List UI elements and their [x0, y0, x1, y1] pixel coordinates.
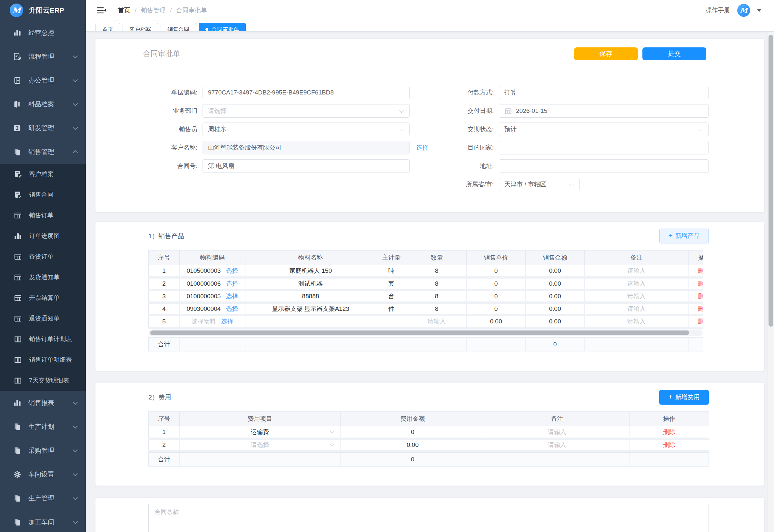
- destination-country-input[interactable]: [499, 141, 709, 154]
- fee-amount-input[interactable]: 0.00: [341, 439, 485, 451]
- material-code[interactable]: 0100000006: [187, 280, 221, 287]
- price-input[interactable]: 0: [467, 265, 526, 278]
- delete-link[interactable]: 删除: [689, 315, 703, 328]
- material-code[interactable]: 0105000003: [187, 267, 221, 274]
- add-fee-button[interactable]: + 新增费用: [659, 390, 709, 405]
- delivery-date-input[interactable]: 2026-01-15: [499, 104, 709, 118]
- remark-input[interactable]: 请输入: [585, 278, 689, 290]
- unit: 套: [376, 278, 407, 290]
- sidebar-item[interactable]: 研发管理: [0, 116, 86, 140]
- fee-item-select[interactable]: 请选择: [180, 439, 341, 451]
- remark-input[interactable]: 请输入: [585, 290, 689, 303]
- fee-amount-input[interactable]: 0: [341, 426, 485, 439]
- sidebar-item[interactable]: 客户档案: [0, 164, 86, 184]
- province-city-select[interactable]: 天津市 / 市辖区: [499, 178, 580, 191]
- material-code[interactable]: 0100000005: [187, 293, 221, 300]
- vertical-scrollbar[interactable]: [768, 32, 774, 532]
- salesperson-select[interactable]: 周桂东: [203, 123, 410, 136]
- price-input[interactable]: 0.00: [467, 315, 526, 328]
- sidebar-item[interactable]: 销售订单: [0, 205, 86, 226]
- select-material-link[interactable]: 选择: [226, 305, 238, 313]
- doc-code-input[interactable]: 9770CA17-3497-4DB2-995E-B49E9CF61BD8: [203, 86, 410, 99]
- sidebar-item[interactable]: 开票结算单: [0, 288, 86, 308]
- sidebar-item[interactable]: 生产计划: [0, 415, 86, 438]
- breadcrumb-home[interactable]: 首页: [118, 6, 130, 15]
- select-material-link[interactable]: 选择: [226, 292, 238, 300]
- qty-input[interactable]: 8: [407, 278, 467, 290]
- select-customer-link[interactable]: 选择: [416, 143, 428, 152]
- sidebar-collapse-icon[interactable]: [97, 6, 106, 15]
- avatar[interactable]: M: [737, 4, 750, 17]
- sidebar-item[interactable]: 7天交货明细表: [0, 370, 86, 391]
- tab-item[interactable]: 销售合同: [161, 23, 196, 32]
- fee-remark-input[interactable]: 请输入: [485, 426, 630, 439]
- qty-input[interactable]: 8: [407, 303, 467, 315]
- fees-total-row: 合计0: [148, 452, 709, 467]
- submit-button[interactable]: 提交: [642, 47, 706, 60]
- sidebar-item[interactable]: 销售订单明细表: [0, 350, 86, 370]
- sidebar-item[interactable]: 料品档案: [0, 92, 86, 116]
- horizontal-scrollbar-thumb[interactable]: [150, 330, 689, 335]
- select-material-link[interactable]: 选择: [226, 267, 238, 275]
- tab-active[interactable]: 合同审批单: [199, 23, 246, 32]
- qty-input[interactable]: 8: [407, 290, 467, 303]
- qty-input[interactable]: 8: [407, 265, 467, 278]
- fee-item-select[interactable]: 运输费: [180, 426, 341, 439]
- delete-link[interactable]: 删除: [689, 290, 703, 303]
- sidebar-item[interactable]: 销售管理: [0, 140, 86, 164]
- sidebar-item[interactable]: 加工车间: [0, 510, 86, 532]
- remark-input[interactable]: 请输入: [585, 303, 689, 315]
- fees-section-title: 2）费用: [148, 393, 171, 402]
- add-product-button[interactable]: + 新增产品: [659, 229, 709, 243]
- delete-link[interactable]: 删除: [689, 265, 703, 278]
- sidebar-item[interactable]: 备货订单: [0, 246, 86, 267]
- delete-link[interactable]: 删除: [689, 303, 703, 315]
- save-button[interactable]: 保存: [574, 47, 638, 60]
- sidebar-item[interactable]: 采购管理: [0, 438, 86, 462]
- price-input[interactable]: 0: [467, 278, 526, 290]
- horizontal-scrollbar[interactable]: [148, 330, 703, 336]
- sidebar-item[interactable]: 办公管理: [0, 68, 86, 92]
- delete-fee-link[interactable]: 删除: [630, 439, 709, 451]
- sidebar-item[interactable]: 销售合同: [0, 184, 86, 205]
- select-material-link[interactable]: 选择: [221, 317, 233, 326]
- sidebar-item[interactable]: 退货通知单: [0, 308, 86, 329]
- delete-fee-link[interactable]: 删除: [630, 426, 709, 439]
- chevron-down-icon: [699, 127, 703, 132]
- contract-terms-textarea[interactable]: 合同条款: [148, 503, 709, 532]
- vertical-scrollbar-thumb[interactable]: [769, 35, 773, 327]
- select-material-link[interactable]: 选择: [226, 280, 238, 288]
- price-input[interactable]: 0: [467, 290, 526, 303]
- tab-item[interactable]: 首页: [95, 23, 120, 32]
- contract-terms-card: 合同条款: [95, 498, 764, 532]
- sidebar-item[interactable]: 销售报表: [0, 391, 86, 415]
- payment-method-input[interactable]: 打算: [499, 86, 709, 99]
- address-input[interactable]: [499, 159, 709, 173]
- bar-chart-icon: [12, 28, 22, 37]
- remark-input[interactable]: 请输入: [585, 265, 689, 278]
- sidebar-item[interactable]: 流程管理: [0, 44, 86, 68]
- delivery-status-select[interactable]: 预计: [499, 123, 709, 136]
- remark-input[interactable]: 请输入: [585, 315, 689, 328]
- grid-table-icon: [13, 211, 23, 220]
- user-menu-caret-icon[interactable]: [757, 9, 761, 14]
- manual-link[interactable]: 操作手册: [706, 6, 730, 15]
- sidebar-item[interactable]: 车间设置: [0, 462, 86, 486]
- contract-no-input[interactable]: 第 电风扇: [203, 159, 410, 173]
- tab-item[interactable]: 客户档案: [123, 23, 158, 32]
- material-code[interactable]: 0903000004: [187, 305, 221, 312]
- sidebar-item[interactable]: 生产管理: [0, 486, 86, 510]
- logo-icon: M: [10, 4, 23, 17]
- app-logo[interactable]: M 升阳云ERP: [0, 0, 86, 21]
- sidebar-item[interactable]: 发货通知单: [0, 267, 86, 288]
- price-input[interactable]: 0: [467, 303, 526, 315]
- delete-link[interactable]: 删除: [689, 278, 703, 290]
- sidebar-item[interactable]: 销售订单计划表: [0, 329, 86, 350]
- sidebar-item[interactable]: 订单进度图: [0, 226, 86, 246]
- sidebar-item[interactable]: 经营总控: [0, 21, 86, 44]
- material-code[interactable]: 选择物料: [192, 317, 216, 326]
- material-book-icon: [12, 99, 22, 109]
- business-dept-select[interactable]: 请选择: [203, 104, 410, 118]
- qty-input[interactable]: 请输入: [407, 315, 467, 328]
- fee-remark-input[interactable]: 请输入: [485, 439, 630, 451]
